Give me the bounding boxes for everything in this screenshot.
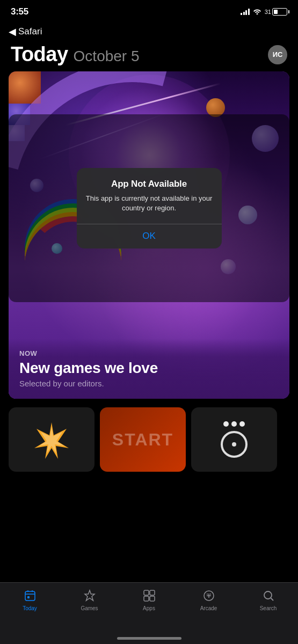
home-indicator bbox=[117, 637, 181, 640]
tab-arcade[interactable]: Arcade bbox=[187, 588, 230, 611]
main-content: NOW New games we love Selected by our ed… bbox=[0, 71, 298, 472]
back-button[interactable]: ◀ Safari bbox=[0, 24, 298, 40]
avatar[interactable]: ИС bbox=[268, 45, 287, 64]
status-icons: 31 bbox=[241, 7, 287, 17]
dialog-message: This app is currently not available in y… bbox=[85, 194, 213, 213]
arcade-tab-label: Arcade bbox=[200, 605, 217, 611]
page-header: Today October 5 ИС bbox=[0, 40, 298, 71]
tab-bar: Today Games Apps bbox=[0, 582, 298, 644]
dialog-overlay: App Not Available This app is currently … bbox=[9, 114, 289, 302]
back-label: Safari bbox=[18, 26, 42, 37]
page-title: Today bbox=[11, 43, 68, 66]
today-icon bbox=[24, 589, 37, 602]
alert-dialog: App Not Available This app is currently … bbox=[77, 168, 222, 249]
dialog-ok-button[interactable]: OK bbox=[77, 224, 222, 248]
today-tab-label: Today bbox=[23, 605, 37, 611]
status-time: 3:55 bbox=[11, 6, 28, 17]
tab-apps[interactable]: Apps bbox=[128, 588, 171, 611]
apps-tab-icon bbox=[142, 588, 157, 603]
card-label: NOW bbox=[19, 349, 279, 357]
search-icon bbox=[262, 589, 275, 602]
app-thumbnails-row: START bbox=[9, 399, 289, 472]
svg-line-17 bbox=[271, 598, 273, 601]
svg-rect-9 bbox=[144, 596, 149, 601]
dialog-content: App Not Available This app is currently … bbox=[77, 168, 222, 213]
card-subtitle: Selected by our editors. bbox=[19, 379, 279, 388]
signal-icon bbox=[241, 9, 250, 15]
apps-tab-label: Apps bbox=[143, 605, 155, 611]
card-info: NOW New games we love Selected by our ed… bbox=[9, 339, 289, 399]
feature-card[interactable]: NOW New games we love Selected by our ed… bbox=[9, 71, 289, 399]
games-tab-icon bbox=[82, 588, 97, 603]
header-date: October 5 bbox=[74, 48, 140, 65]
search-tab-label: Search bbox=[260, 605, 277, 611]
header-title-group: Today October 5 bbox=[11, 43, 140, 66]
svg-rect-2 bbox=[25, 591, 35, 601]
status-bar: 3:55 31 bbox=[0, 0, 298, 24]
dialog-title: App Not Available bbox=[85, 179, 213, 189]
svg-marker-1 bbox=[39, 427, 64, 453]
today-tab-icon bbox=[23, 588, 38, 603]
svg-rect-8 bbox=[150, 590, 155, 595]
arcade-tab-icon bbox=[201, 588, 216, 603]
games-icon bbox=[83, 589, 96, 602]
card-background: NOW New games we love Selected by our ed… bbox=[9, 71, 289, 399]
games-tab-label: Games bbox=[81, 605, 98, 611]
app-thumbnail-2[interactable]: START bbox=[100, 407, 186, 472]
svg-rect-6 bbox=[27, 596, 30, 598]
circle-logo-icon bbox=[221, 421, 248, 458]
tab-search[interactable]: Search bbox=[247, 588, 290, 611]
starburst-icon bbox=[30, 418, 73, 461]
wifi-icon bbox=[253, 7, 261, 17]
tab-games[interactable]: Games bbox=[68, 588, 111, 611]
app-thumbnail-3[interactable] bbox=[191, 407, 277, 472]
svg-point-15 bbox=[210, 594, 211, 595]
arcade-icon bbox=[202, 589, 215, 602]
back-arrow-icon: ◀ bbox=[9, 26, 16, 38]
battery-indicator: 31 bbox=[265, 8, 287, 16]
search-tab-icon bbox=[261, 588, 276, 603]
card-title: New games we love bbox=[19, 360, 279, 377]
tab-today[interactable]: Today bbox=[9, 588, 52, 611]
apps-icon bbox=[143, 589, 156, 602]
battery-percent: 31 bbox=[265, 9, 271, 15]
start-app-label: START bbox=[112, 430, 173, 450]
app-thumbnail-1[interactable] bbox=[9, 407, 95, 472]
svg-point-16 bbox=[264, 591, 272, 599]
svg-rect-10 bbox=[150, 596, 155, 601]
svg-point-14 bbox=[207, 594, 208, 595]
battery-icon bbox=[272, 8, 287, 16]
svg-rect-7 bbox=[144, 590, 149, 595]
